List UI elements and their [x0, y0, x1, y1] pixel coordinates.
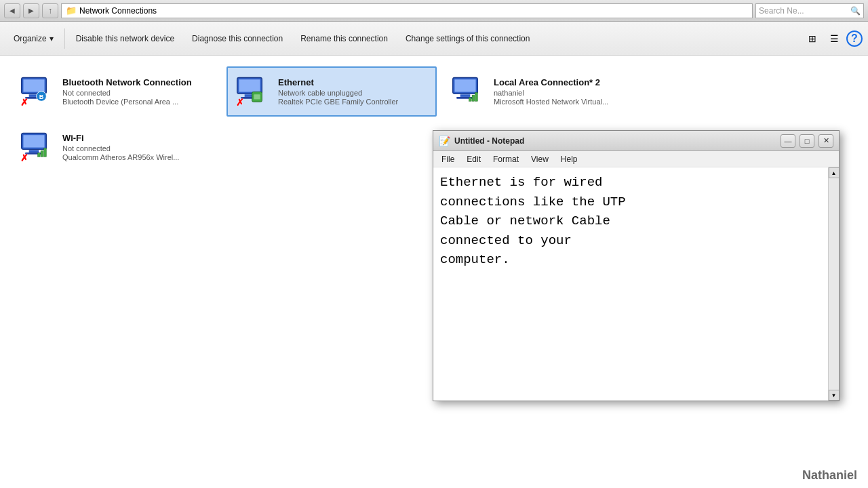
svg-rect-1	[23, 79, 44, 92]
lan2-adapter: Microsoft Hosted Network Virtual...	[494, 98, 644, 106]
title-bar: ◀ ▶ ↑ 📁 Network Connections Search Ne...…	[0, 0, 868, 22]
svg-rect-7	[239, 79, 260, 92]
svg-rect-16	[469, 98, 472, 102]
diagnose-label: Diagnose this connection	[192, 34, 283, 43]
error-icon-ethernet: ✗	[236, 97, 244, 108]
svg-rect-13	[454, 79, 475, 92]
organize-button[interactable]: Organize ▾	[5, 26, 62, 52]
svg-rect-17	[472, 95, 475, 101]
help-button[interactable]: ?	[846, 30, 863, 47]
lan2-info: Local Area Connection* 2 nathaniel Micro…	[494, 77, 644, 106]
svg-rect-25	[44, 148, 47, 157]
ethernet-adapter: Realtek PCIe GBE Family Controller	[278, 98, 429, 106]
toolbar: Organize ▾ Disable this network device D…	[0, 22, 868, 56]
lan2-status: nathaniel	[494, 89, 644, 97]
forward-button[interactable]: ▶	[23, 3, 39, 18]
notepad-title: Untitled - Notepad	[454, 136, 776, 146]
lan2-computer-icon	[450, 74, 480, 104]
ethernet-icon-wrap: ✗	[235, 74, 270, 109]
wifi-info: Wi-Fi Not connected Qualcomm Atheros AR9…	[62, 133, 213, 161]
rename-label: Rename this connection	[300, 34, 388, 43]
up-button[interactable]: ↑	[42, 3, 58, 18]
notepad-editor[interactable]	[433, 167, 828, 401]
notepad-menu-edit[interactable]: Edit	[461, 153, 486, 165]
search-bar[interactable]: Search Ne... 🔍	[755, 3, 864, 18]
diagnose-button[interactable]: Diagnose this connection	[184, 26, 291, 52]
wifi-adapter: Qualcomm Atheros AR956x Wirel...	[62, 153, 213, 161]
wifi-icon-wrap: ✗	[19, 129, 54, 165]
toolbar-separator-1	[64, 28, 65, 49]
notepad-maximize-button[interactable]: □	[800, 134, 814, 148]
change-settings-label: Change settings of this connection	[406, 34, 530, 43]
svg-rect-23	[38, 153, 41, 157]
address-text: Network Connections	[79, 6, 157, 16]
svg-rect-20	[23, 135, 44, 147]
svg-rect-11	[254, 94, 260, 99]
user-name: Nathaniel	[802, 468, 857, 482]
lan2-connection-card[interactable]: Local Area Connection* 2 nathaniel Micro…	[442, 66, 652, 117]
notepad-menu-view[interactable]: View	[526, 153, 554, 165]
ethernet-name: Ethernet	[278, 77, 429, 87]
ethernet-info: Ethernet Network cable unplugged Realtek…	[278, 77, 429, 106]
view-tiles-button[interactable]: ⊞	[803, 29, 822, 48]
bluetooth-adapter: Bluetooth Device (Personal Area ...	[62, 98, 213, 106]
bottom-user-label: Nathaniel	[791, 463, 868, 488]
search-text: Search Ne...	[759, 6, 804, 16]
notepad-content-area: ▲ ▼	[433, 167, 839, 401]
organize-label: Organize	[14, 34, 47, 43]
scrollbar-track	[829, 178, 839, 390]
svg-rect-14	[460, 94, 471, 97]
address-bar[interactable]: 📁 Network Connections	[61, 3, 753, 18]
scrollbar-down-button[interactable]: ▼	[829, 390, 840, 401]
svg-rect-24	[41, 150, 43, 157]
notepad-menu-help[interactable]: Help	[555, 153, 583, 165]
organize-arrow: ▾	[50, 34, 54, 43]
ethernet-status: Network cable unplugged	[278, 89, 429, 97]
notepad-icon: 📝	[439, 136, 450, 146]
change-settings-button[interactable]: Change settings of this connection	[397, 26, 538, 52]
notepad-minimize-button[interactable]: —	[781, 134, 795, 148]
notepad-window: 📝 Untitled - Notepad — □ ✕ File Edit For…	[433, 130, 840, 401]
svg-text:B: B	[39, 94, 44, 100]
error-icon-wifi: ✗	[20, 152, 28, 163]
ethernet-connection-card[interactable]: ✗ Ethernet Network cable unplugged Realt…	[226, 66, 437, 117]
svg-rect-21	[29, 150, 39, 152]
search-icon: 🔍	[850, 6, 861, 16]
toolbar-right: ⊞ ☰ ?	[803, 29, 863, 48]
svg-rect-18	[475, 93, 478, 102]
notepad-close-button[interactable]: ✕	[818, 134, 833, 148]
lan2-icon-wrap	[450, 74, 486, 109]
bluetooth-status: Not connected	[62, 89, 213, 97]
back-button[interactable]: ◀	[4, 3, 20, 18]
wifi-name: Wi-Fi	[62, 133, 213, 143]
disable-button[interactable]: Disable this network device	[68, 26, 182, 52]
rename-button[interactable]: Rename this connection	[292, 26, 396, 52]
notepad-scrollbar: ▲ ▼	[828, 167, 839, 401]
notepad-menu-format[interactable]: Format	[488, 153, 524, 165]
scrollbar-up-button[interactable]: ▲	[829, 167, 840, 178]
error-icon-bluetooth: ✗	[20, 97, 28, 108]
notepad-menubar: File Edit Format View Help	[433, 151, 839, 167]
wifi-status: Not connected	[62, 144, 213, 152]
notepad-titlebar: 📝 Untitled - Notepad — □ ✕	[433, 131, 839, 151]
bluetooth-name: Bluetooth Network Connection	[62, 77, 213, 87]
bluetooth-info: Bluetooth Network Connection Not connect…	[62, 77, 213, 106]
view-list-button[interactable]: ☰	[825, 29, 844, 48]
bluetooth-icon-wrap: B ✗	[19, 74, 54, 109]
wifi-connection-card[interactable]: ✗ Wi-Fi Not connected Qualcomm Atheros A…	[11, 122, 221, 172]
lan2-name: Local Area Connection* 2	[494, 77, 644, 87]
notepad-menu-file[interactable]: File	[436, 153, 460, 165]
folder-icon: 📁	[66, 5, 77, 16]
bluetooth-connection-card[interactable]: B ✗ Bluetooth Network Connection Not con…	[11, 66, 221, 117]
disable-label: Disable this network device	[76, 34, 174, 43]
